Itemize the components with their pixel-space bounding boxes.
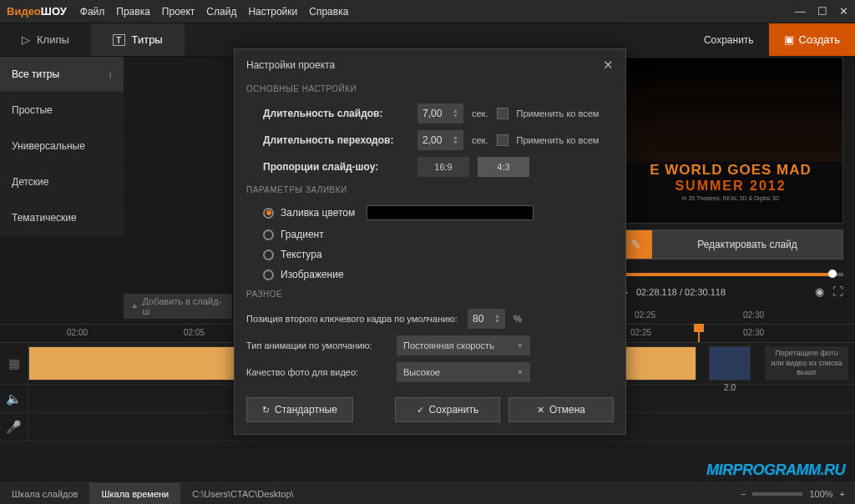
fill-image-label: Изображение xyxy=(281,269,344,280)
section-misc: РАЗНОЕ xyxy=(235,285,625,305)
section-fill: ПАРАМЕТРЫ ЗАЛИВКИ xyxy=(235,180,625,201)
sidebar-item-thematic[interactable]: Тематические xyxy=(0,200,124,236)
apply-all-checkbox-2[interactable] xyxy=(497,134,508,146)
spinner-arrows-icon[interactable]: ▲▼ xyxy=(453,135,458,145)
play-icon: ▷ xyxy=(22,33,30,46)
menubar: Файл Правка Проект Слайд Настройки Справ… xyxy=(80,6,349,18)
ruler-tick: 02:05 xyxy=(184,328,205,337)
dialog-cancel-button[interactable]: ✕ Отмена xyxy=(508,397,614,422)
sidebar-label: Универсальные xyxy=(12,140,85,152)
speaker-icon: 🔈 xyxy=(0,385,28,412)
menu-slide[interactable]: Слайд xyxy=(206,6,236,18)
quality-select[interactable]: Высокое ▼ xyxy=(397,362,530,382)
keyframe-input[interactable]: 80 ▲▼ xyxy=(468,309,505,329)
fill-color-radio[interactable]: Заливка цветом xyxy=(235,201,625,224)
sidebar-item-kids[interactable]: Детские xyxy=(0,164,124,200)
poster-title-1: E WORLD GOES MAD xyxy=(624,162,837,179)
fill-color-label: Заливка цветом xyxy=(281,207,355,219)
spinner-arrows-icon[interactable]: ▲▼ xyxy=(494,314,500,324)
dialog-close-icon[interactable]: ✕ xyxy=(603,58,614,73)
poster-subtitle: In 20 Theatres, REAL 3D & Digital 3D xyxy=(624,195,837,201)
tab-slides-scale[interactable]: Шкала слайдов xyxy=(0,483,89,504)
project-settings-dialog: Настройки проекта ✕ ОСНОВНЫЕ НАСТРОЙКИ Д… xyxy=(234,48,626,435)
fill-gradient-radio[interactable]: Градиент xyxy=(235,224,625,244)
color-swatch[interactable] xyxy=(367,205,534,220)
dialog-save-button[interactable]: ✓ Сохранить xyxy=(395,397,500,422)
playback-controls: ▶ 02:28.118 / 02:30.118 ◉ ⛶ xyxy=(618,284,843,300)
section-main: ОСНОВНЫЕ НАСТРОЙКИ xyxy=(235,79,625,100)
fullscreen-icon[interactable]: ⛶ xyxy=(832,285,843,298)
anim-select[interactable]: Постоянная скорость ▼ xyxy=(397,335,530,355)
tab-titles[interactable]: T Титры xyxy=(91,23,185,56)
sidebar-label: Тематические xyxy=(12,212,77,224)
menu-settings[interactable]: Настройки xyxy=(248,6,297,18)
add-label: Добавить в слайд-ш xyxy=(142,296,224,316)
menu-file[interactable]: Файл xyxy=(80,6,105,18)
ruler-tick: 02:30 xyxy=(743,328,764,337)
create-button[interactable]: ▣ Создать xyxy=(769,23,855,56)
sidebar: Все титры ⟩ Простые Универсальные Детски… xyxy=(0,57,124,236)
mic-icon: 🎤 xyxy=(0,413,28,441)
playhead[interactable] xyxy=(698,325,700,342)
sidebar-item-universal[interactable]: Универсальные xyxy=(0,129,124,164)
anim-label: Тип анимации по умолчанию: xyxy=(246,340,388,350)
drop-zone[interactable]: Перетащите фото или видео из списка выше xyxy=(765,346,848,381)
fill-texture-radio[interactable]: Текстура xyxy=(235,244,625,265)
zoom-out-icon[interactable]: − xyxy=(741,489,746,499)
edit-slide-button[interactable]: ✎ Редактировать слайд xyxy=(618,229,843,260)
radio-icon xyxy=(263,249,274,260)
plus-icon: + xyxy=(132,301,137,311)
zoom-in-icon[interactable]: + xyxy=(840,489,845,499)
maximize-icon[interactable]: ☐ xyxy=(817,5,827,18)
sidebar-label: Все титры xyxy=(12,68,59,80)
menu-edit[interactable]: Правка xyxy=(116,6,150,18)
menu-help[interactable]: Справка xyxy=(309,6,348,18)
edit-slide-label: Редактировать слайд xyxy=(652,239,842,250)
menu-project[interactable]: Проект xyxy=(162,6,195,18)
close-icon[interactable]: ✕ xyxy=(839,5,848,18)
tab-titles-label: Титры xyxy=(132,33,163,46)
playback-time: 02:28.118 / 02:30.118 xyxy=(636,287,807,297)
radio-icon xyxy=(263,229,274,240)
aspect-label: Пропорции слайд-шоу: xyxy=(263,161,409,173)
status-path: C:\Users\CTAC\Desktop\ xyxy=(180,489,305,499)
save-button[interactable]: Сохранить xyxy=(689,23,769,56)
video-track-icon: ▦ xyxy=(0,343,28,384)
keyframe-label: Позиция второго ключевого кадра по умолч… xyxy=(246,314,459,324)
playback-slider[interactable] xyxy=(618,267,843,280)
transition-duration-input[interactable]: 2,00 ▲▼ xyxy=(417,130,463,150)
check-icon: ✓ xyxy=(417,405,424,416)
logo-part1: Видео xyxy=(7,5,41,18)
chevron-right-icon: ⟩ xyxy=(109,70,112,79)
radio-icon xyxy=(263,208,274,219)
sidebar-item-simple[interactable]: Простые xyxy=(0,93,124,129)
apply-all-label: Применить ко всем xyxy=(517,108,600,118)
zoom-slider[interactable] xyxy=(752,492,802,496)
apply-all-checkbox-1[interactable] xyxy=(497,108,508,119)
video-clip-thumb[interactable]: 2.0 xyxy=(709,346,751,381)
tab-clips[interactable]: ▷ Клипы xyxy=(0,23,91,56)
default-button[interactable]: ↻ Стандартные xyxy=(246,397,353,422)
ruler-tick: 02:25 xyxy=(630,328,651,337)
camera-icon: ▣ xyxy=(784,33,794,46)
snapshot-icon[interactable]: ◉ xyxy=(815,285,824,298)
logo-part2: ШОУ xyxy=(41,5,67,18)
spinner-arrows-icon[interactable]: ▲▼ xyxy=(453,108,458,118)
aspect-43-button[interactable]: 4:3 xyxy=(478,157,529,177)
tab-time-scale[interactable]: Шкала времени xyxy=(89,483,180,504)
app-logo: ВидеоШОУ xyxy=(7,5,67,18)
aspect-169-button[interactable]: 16:9 xyxy=(417,157,469,177)
minimize-icon[interactable]: — xyxy=(795,5,806,18)
create-label: Создать xyxy=(799,33,840,46)
add-to-slideshow-button[interactable]: + Добавить в слайд-ш xyxy=(124,294,232,319)
fill-image-radio[interactable]: Изображение xyxy=(235,265,625,285)
sidebar-label: Простые xyxy=(12,104,53,116)
sidebar-item-all[interactable]: Все титры ⟩ xyxy=(0,57,124,93)
quality-label: Качество фото для видео: xyxy=(246,367,388,377)
transition-duration-label: Длительность переходов: xyxy=(263,134,409,146)
sidebar-label: Детские xyxy=(12,176,48,188)
slide-duration-input[interactable]: 7,00 ▲▼ xyxy=(417,103,463,123)
slide-duration-label: Длительность слайдов: xyxy=(263,108,409,119)
fill-gradient-label: Градиент xyxy=(281,229,324,240)
fill-texture-label: Текстура xyxy=(281,249,322,260)
